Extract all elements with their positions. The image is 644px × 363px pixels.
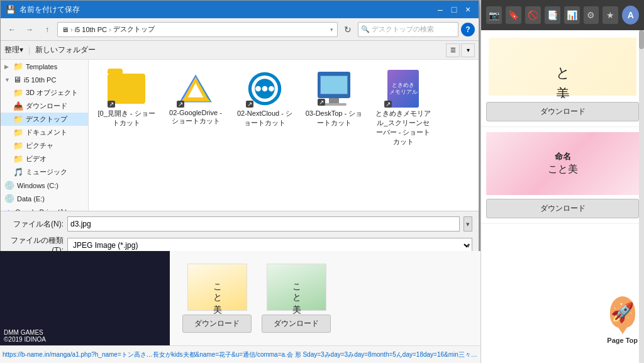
- card-bg-white-1: と美: [486, 35, 639, 98]
- right-download-btn-1[interactable]: ダウンロード: [486, 102, 639, 121]
- sidebar-item-3d[interactable]: 📁 3D オブジェクト: [1, 86, 88, 99]
- search-bar[interactable]: 🔍 デスクトップの検索: [358, 22, 458, 37]
- file-item-1[interactable]: ↗ 02-GoogleDrive - ショートカット: [164, 66, 227, 149]
- file-item-0[interactable]: ↗ [0_見開き - ショートカット: [95, 66, 158, 149]
- dmm-banner: DMM GAMES ©2019 IDINOA: [0, 251, 170, 345]
- sidebar-item-pictures[interactable]: 📁 ピクチャ: [1, 139, 88, 152]
- right-panel-topbar: 📷 🔖 🚫 📑 📊 ⚙ ★ A: [481, 0, 644, 30]
- view-dropdown-button[interactable]: ▾: [461, 43, 475, 57]
- folder-icon-vid: 📁: [13, 154, 23, 164]
- new-folder-button[interactable]: 新しいフォルダー: [35, 45, 96, 55]
- page-cards-row: こと美 ダウンロード こと美 ダウンロード: [170, 257, 343, 339]
- folder-icon-pics: 📁: [13, 141, 23, 150]
- filetype-select-wrapper: JPEG Image (*.jpg)PNG Image (*.png)BMP I…: [67, 238, 472, 253]
- sidebar-label-desktop: デスクトップ: [26, 114, 67, 124]
- file-item-3[interactable]: ↗ 03-DeskTop - ショートカット: [303, 66, 365, 149]
- filename-input[interactable]: [67, 216, 460, 232]
- page-card-1: こと美 ダウンロード: [182, 264, 252, 333]
- sidebar-item-downloads[interactable]: 📥 ダウンロード: [1, 99, 88, 113]
- view-list-button[interactable]: ☰: [446, 43, 460, 57]
- save-icon: 💾: [6, 5, 16, 14]
- nav-icon-7[interactable]: ★: [602, 6, 618, 24]
- scroll-thumb: [639, 30, 644, 49]
- page-top-button[interactable]: Page Top: [607, 296, 638, 344]
- breadcrumb-dropdown[interactable]: ▾: [330, 26, 333, 33]
- organize-button[interactable]: 整理▾: [4, 45, 23, 55]
- dialog-title: 💾 名前を付けて保存: [6, 4, 80, 15]
- dialog-sidebar: ▶ 📁 Templates ▼ 🖥 i5 10th PC 📁 3D オブジェクト…: [1, 60, 89, 211]
- page-card-text-1: こと美: [211, 277, 223, 298]
- breadcrumb-part2: デスクトップ: [113, 25, 155, 34]
- right-card-img-1: と美: [486, 35, 639, 98]
- shortcut-arrow-desktop: ↗: [318, 99, 325, 106]
- sidebar-item-datae[interactable]: 💿 Data (E:): [1, 192, 88, 205]
- page-top-label: Page Top: [607, 337, 638, 344]
- minimize-button[interactable]: –: [435, 4, 446, 15]
- file-icon-tokimeki: ときめきメモリアル ↗: [383, 69, 423, 109]
- shortcut-arrow-gdrive: ↗: [177, 101, 184, 108]
- sidebar-item-documents[interactable]: 📁 ドキュメント: [1, 126, 88, 139]
- help-button[interactable]: ?: [461, 23, 475, 36]
- sidebar-label-winc: Windows (C:): [17, 182, 58, 189]
- sidebar-item-templates[interactable]: ▶ 📁 Templates: [1, 60, 88, 73]
- nav-icon-2[interactable]: 🔖: [506, 6, 521, 24]
- sidebar-item-desktop[interactable]: 📁 デスクトップ: [1, 113, 88, 126]
- nav-icon-1[interactable]: 📷: [486, 6, 502, 24]
- right-card-name-2: こと美: [548, 162, 578, 176]
- breadcrumb[interactable]: 🖥 › i5 10th PC › デスクトップ ▾: [57, 22, 338, 37]
- drive-icon-e: 💿: [4, 194, 14, 203]
- page-download-btn-2[interactable]: ダウンロード: [262, 315, 331, 333]
- svg-point-11: [269, 86, 274, 92]
- file-item-4[interactable]: ときめきメモリアル ↗ ときめきメモリアル_スクリーンセーバー - ショートカッ…: [372, 66, 435, 149]
- expand-icon: ▶: [4, 64, 11, 70]
- sidebar-item-video[interactable]: 📁 ビデオ: [1, 152, 88, 165]
- folder-icon-desktop: 📁: [13, 114, 23, 124]
- file-label-2: 02-NextCloud - ショートカット: [236, 109, 294, 128]
- page-card-img-2: こと美: [267, 264, 326, 311]
- breadcrumb-icon: 🖥: [62, 26, 69, 33]
- maximize-button[interactable]: □: [448, 4, 460, 15]
- svg-point-10: [262, 86, 268, 92]
- nav-icon-6[interactable]: ⚙: [584, 6, 599, 24]
- breadcrumb-sep: ›: [70, 26, 73, 33]
- page-download-btn-1[interactable]: ダウンロード: [182, 315, 252, 333]
- right-card-img-2: 命名 こと美: [486, 132, 639, 195]
- save-dialog: 💾 名前を付けて保存 – □ × ← → ↑ 🖥 › i5 10th PC › …: [0, 0, 479, 281]
- tokimeki-label: ときめきメモリアル: [389, 82, 418, 96]
- forward-button[interactable]: →: [22, 22, 37, 37]
- sidebar-item-music[interactable]: 🎵 ミュージック: [1, 165, 88, 179]
- nav-icon-3[interactable]: 🚫: [525, 6, 541, 24]
- page-card-img-1: こと美: [187, 264, 247, 311]
- sidebar-label-pics: ピクチャ: [26, 141, 53, 150]
- nav-icon-5[interactable]: 📊: [564, 6, 580, 24]
- up-button[interactable]: ↑: [40, 22, 55, 37]
- right-download-btn-2[interactable]: ダウンロード: [486, 199, 639, 218]
- filetype-select[interactable]: JPEG Image (*.jpg)PNG Image (*.png)BMP I…: [67, 238, 472, 253]
- sidebar-item-pc[interactable]: ▼ 🖥 i5 10th PC: [1, 73, 88, 86]
- sidebar-label-pc: i5 10th PC: [24, 76, 56, 84]
- right-panel-scrollbar[interactable]: [639, 30, 644, 363]
- refresh-button[interactable]: ↻: [340, 22, 355, 37]
- computer-icon: 🖥: [13, 75, 21, 84]
- status-bar: https://b-name.in/manga/a1.php?h_name=トン…: [0, 345, 480, 363]
- close-button[interactable]: ×: [462, 4, 474, 15]
- right-card-text-1: と美: [553, 58, 572, 76]
- sidebar-label-music: ミュージック: [26, 167, 67, 177]
- file-icon-desktop-shortcut: ↗: [314, 69, 354, 109]
- filename-dropdown[interactable]: ▾: [464, 216, 472, 232]
- nav-icon-4[interactable]: 📑: [545, 6, 560, 24]
- file-icon-folder: ↗: [106, 69, 147, 109]
- breadcrumb-sep2: ›: [109, 26, 111, 33]
- user-avatar[interactable]: A: [622, 6, 639, 25]
- gdrive-svg: [178, 74, 213, 104]
- expand-icon2: ▼: [4, 77, 11, 83]
- gdrive-icon-sidebar: ▲: [4, 207, 13, 211]
- dialog-title-text: 名前を付けて保存: [19, 4, 80, 15]
- sidebar-label-docs: ドキュメント: [26, 128, 67, 137]
- sidebar-item-windowsc[interactable]: 💿 Windows (C:): [1, 179, 88, 192]
- back-button[interactable]: ←: [4, 22, 19, 37]
- folder-icon-music: 🎵: [13, 167, 23, 177]
- drive-icon-c: 💿: [4, 181, 14, 190]
- sidebar-item-googledrivej[interactable]: ▲ Google Drive (J:): [1, 205, 88, 211]
- file-item-2[interactable]: ↗ 02-NextCloud - ショートカット: [233, 66, 296, 149]
